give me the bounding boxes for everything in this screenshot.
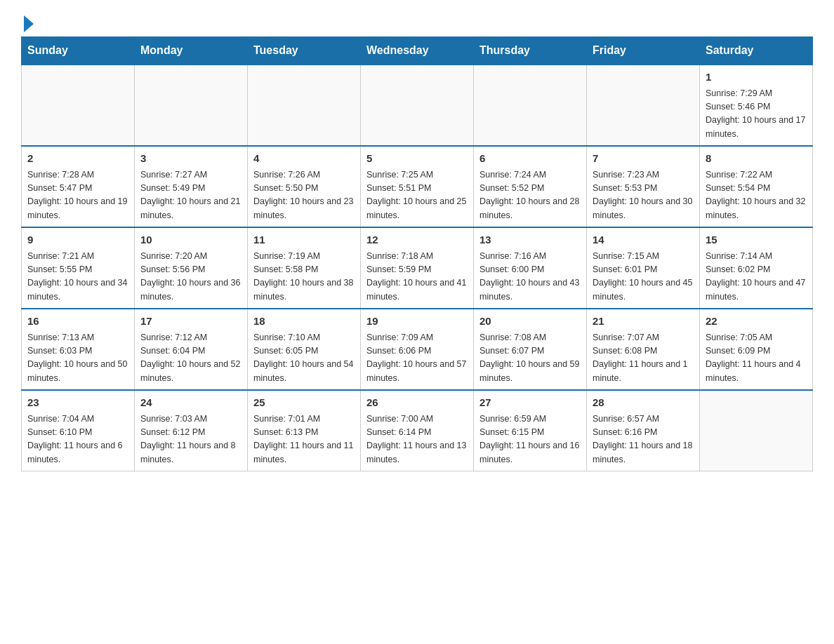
day-number: 8 [706, 151, 807, 167]
logo [21, 14, 34, 29]
day-number: 7 [593, 151, 694, 167]
day-number: 22 [706, 314, 807, 330]
day-number: 4 [253, 151, 355, 167]
day-info: Sunrise: 7:21 AMSunset: 5:55 PMDaylight:… [27, 250, 128, 304]
day-info: Sunrise: 7:03 AMSunset: 6:12 PMDaylight:… [140, 412, 241, 467]
day-info: Sunrise: 7:08 AMSunset: 6:07 PMDaylight:… [479, 331, 581, 386]
day-number: 28 [593, 395, 694, 411]
day-number: 17 [140, 314, 241, 330]
calendar-cell: 3Sunrise: 7:27 AMSunset: 5:49 PMDaylight… [135, 146, 248, 227]
logo-arrow-icon [24, 15, 34, 32]
calendar-cell: 18Sunrise: 7:10 AMSunset: 6:05 PMDayligh… [248, 309, 361, 390]
calendar-cell: 5Sunrise: 7:25 AMSunset: 5:51 PMDaylight… [361, 146, 474, 227]
day-info: Sunrise: 7:23 AMSunset: 5:53 PMDaylight:… [593, 168, 694, 223]
calendar-cell: 23Sunrise: 7:04 AMSunset: 6:10 PMDayligh… [22, 390, 135, 471]
calendar-cell [700, 390, 813, 471]
calendar-week-4: 16Sunrise: 7:13 AMSunset: 6:03 PMDayligh… [22, 309, 813, 390]
calendar-cell: 24Sunrise: 7:03 AMSunset: 6:12 PMDayligh… [135, 390, 248, 471]
calendar-cell: 19Sunrise: 7:09 AMSunset: 6:06 PMDayligh… [361, 309, 474, 390]
day-info: Sunrise: 7:00 AMSunset: 6:14 PMDaylight:… [366, 412, 468, 467]
day-number: 2 [27, 151, 128, 167]
calendar-cell: 27Sunrise: 6:59 AMSunset: 6:15 PMDayligh… [474, 390, 587, 471]
calendar-week-5: 23Sunrise: 7:04 AMSunset: 6:10 PMDayligh… [22, 390, 813, 471]
column-header-thursday: Thursday [474, 37, 587, 65]
calendar-cell: 12Sunrise: 7:18 AMSunset: 5:59 PMDayligh… [361, 227, 474, 309]
calendar-cell: 7Sunrise: 7:23 AMSunset: 5:53 PMDaylight… [587, 146, 700, 227]
day-number: 13 [479, 232, 581, 248]
calendar-cell [361, 65, 474, 146]
calendar-cell: 21Sunrise: 7:07 AMSunset: 6:08 PMDayligh… [587, 309, 700, 390]
calendar-cell: 1Sunrise: 7:29 AMSunset: 5:46 PMDaylight… [700, 65, 813, 146]
column-header-monday: Monday [135, 37, 248, 65]
day-info: Sunrise: 7:16 AMSunset: 6:00 PMDaylight:… [479, 250, 581, 304]
calendar-week-1: 1Sunrise: 7:29 AMSunset: 5:46 PMDaylight… [22, 65, 813, 146]
day-number: 19 [366, 314, 468, 330]
day-number: 11 [253, 232, 355, 248]
calendar-cell: 9Sunrise: 7:21 AMSunset: 5:55 PMDaylight… [22, 227, 135, 309]
day-info: Sunrise: 7:27 AMSunset: 5:49 PMDaylight:… [140, 168, 241, 223]
calendar-cell: 2Sunrise: 7:28 AMSunset: 5:47 PMDaylight… [22, 146, 135, 227]
page-header [21, 14, 813, 29]
calendar-cell: 11Sunrise: 7:19 AMSunset: 5:58 PMDayligh… [248, 227, 361, 309]
day-info: Sunrise: 7:13 AMSunset: 6:03 PMDaylight:… [27, 331, 128, 386]
day-info: Sunrise: 7:28 AMSunset: 5:47 PMDaylight:… [27, 168, 128, 223]
day-info: Sunrise: 7:07 AMSunset: 6:08 PMDaylight:… [593, 331, 694, 386]
calendar-cell [587, 65, 700, 146]
calendar-cell: 22Sunrise: 7:05 AMSunset: 6:09 PMDayligh… [700, 309, 813, 390]
day-info: Sunrise: 7:19 AMSunset: 5:58 PMDaylight:… [253, 250, 355, 304]
calendar-cell: 13Sunrise: 7:16 AMSunset: 6:00 PMDayligh… [474, 227, 587, 309]
calendar-cell: 14Sunrise: 7:15 AMSunset: 6:01 PMDayligh… [587, 227, 700, 309]
calendar-cell: 4Sunrise: 7:26 AMSunset: 5:50 PMDaylight… [248, 146, 361, 227]
day-number: 10 [140, 232, 241, 248]
calendar-week-2: 2Sunrise: 7:28 AMSunset: 5:47 PMDaylight… [22, 146, 813, 227]
calendar-cell: 26Sunrise: 7:00 AMSunset: 6:14 PMDayligh… [361, 390, 474, 471]
day-number: 1 [706, 69, 807, 86]
calendar-cell: 16Sunrise: 7:13 AMSunset: 6:03 PMDayligh… [22, 309, 135, 390]
day-info: Sunrise: 7:20 AMSunset: 5:56 PMDaylight:… [140, 250, 241, 304]
calendar-table: SundayMondayTuesdayWednesdayThursdayFrid… [21, 36, 813, 471]
day-info: Sunrise: 7:26 AMSunset: 5:50 PMDaylight:… [253, 168, 355, 223]
day-info: Sunrise: 7:25 AMSunset: 5:51 PMDaylight:… [366, 168, 468, 223]
day-info: Sunrise: 6:57 AMSunset: 6:16 PMDaylight:… [593, 412, 694, 467]
day-number: 24 [140, 395, 241, 411]
day-info: Sunrise: 7:05 AMSunset: 6:09 PMDaylight:… [706, 331, 807, 386]
calendar-cell [22, 65, 135, 146]
day-info: Sunrise: 7:12 AMSunset: 6:04 PMDaylight:… [140, 331, 241, 386]
day-info: Sunrise: 7:14 AMSunset: 6:02 PMDaylight:… [706, 250, 807, 304]
calendar-week-3: 9Sunrise: 7:21 AMSunset: 5:55 PMDaylight… [22, 227, 813, 309]
calendar-cell: 28Sunrise: 6:57 AMSunset: 6:16 PMDayligh… [587, 390, 700, 471]
calendar-cell: 20Sunrise: 7:08 AMSunset: 6:07 PMDayligh… [474, 309, 587, 390]
column-header-saturday: Saturday [700, 37, 813, 65]
day-info: Sunrise: 7:09 AMSunset: 6:06 PMDaylight:… [366, 331, 468, 386]
day-info: Sunrise: 7:04 AMSunset: 6:10 PMDaylight:… [27, 412, 128, 467]
day-info: Sunrise: 7:15 AMSunset: 6:01 PMDaylight:… [593, 250, 694, 304]
day-number: 3 [140, 151, 241, 167]
calendar-cell [248, 65, 361, 146]
column-header-sunday: Sunday [22, 37, 135, 65]
day-number: 14 [593, 232, 694, 248]
day-info: Sunrise: 6:59 AMSunset: 6:15 PMDaylight:… [479, 412, 581, 467]
calendar-cell: 6Sunrise: 7:24 AMSunset: 5:52 PMDaylight… [474, 146, 587, 227]
day-number: 12 [366, 232, 468, 248]
day-number: 23 [27, 395, 128, 411]
calendar-cell: 10Sunrise: 7:20 AMSunset: 5:56 PMDayligh… [135, 227, 248, 309]
day-info: Sunrise: 7:24 AMSunset: 5:52 PMDaylight:… [479, 168, 581, 223]
day-number: 15 [706, 232, 807, 248]
calendar-cell: 15Sunrise: 7:14 AMSunset: 6:02 PMDayligh… [700, 227, 813, 309]
day-info: Sunrise: 7:22 AMSunset: 5:54 PMDaylight:… [706, 168, 807, 223]
day-number: 25 [253, 395, 355, 411]
day-info: Sunrise: 7:29 AMSunset: 5:46 PMDaylight:… [706, 87, 807, 142]
day-number: 20 [479, 314, 581, 330]
day-info: Sunrise: 7:18 AMSunset: 5:59 PMDaylight:… [366, 250, 468, 304]
day-number: 9 [27, 232, 128, 248]
day-number: 26 [366, 395, 468, 411]
day-number: 27 [479, 395, 581, 411]
day-info: Sunrise: 7:10 AMSunset: 6:05 PMDaylight:… [253, 331, 355, 386]
calendar-cell: 25Sunrise: 7:01 AMSunset: 6:13 PMDayligh… [248, 390, 361, 471]
day-info: Sunrise: 7:01 AMSunset: 6:13 PMDaylight:… [253, 412, 355, 467]
day-number: 16 [27, 314, 128, 330]
day-number: 21 [593, 314, 694, 330]
column-header-tuesday: Tuesday [248, 37, 361, 65]
day-number: 5 [366, 151, 468, 167]
day-number: 6 [479, 151, 581, 167]
